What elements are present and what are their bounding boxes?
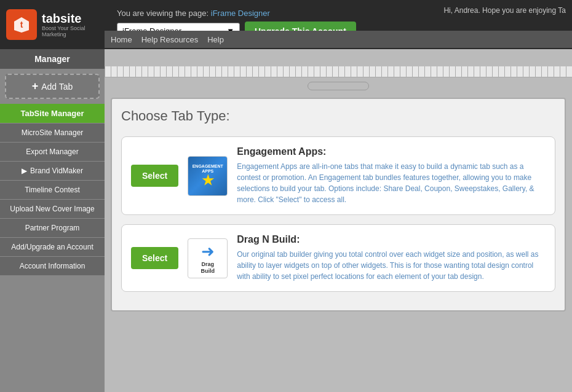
drag-n-build-select-button[interactable]: Select: [131, 247, 178, 269]
choose-tab-title: Choose Tab Type:: [121, 108, 555, 124]
ruler: [105, 66, 572, 77]
add-tab-button[interactable]: + Add Tab: [5, 74, 100, 99]
engagement-apps-card: Select ENGAGEMENTAPPS ★ Engagement Apps:…: [121, 136, 555, 215]
nav-home[interactable]: Home: [111, 35, 132, 44]
header-greeting: Hi, Andrea. Hope you are enjoying Ta: [443, 6, 566, 15]
sidebar-brand-vidmaker[interactable]: ▶ Brand VidMaker: [0, 162, 105, 180]
drag-cursor-icon: ➜: [201, 242, 215, 261]
drag-n-build-content: Drag N Build: Our original tab builder g…: [237, 234, 546, 282]
logo-tagline: Boost Your Social Marketing: [42, 25, 111, 37]
logo-text: tabsite: [42, 12, 111, 25]
engagement-apps-content: Engagement Apps: Engagement Apps are all…: [237, 146, 546, 205]
content-area: Choose Tab Type: Select ENGAGEMENTAPPS ★…: [105, 49, 572, 392]
main-layout: Manager + Add Tab TabSite Manager MicroS…: [0, 49, 572, 392]
sidebar-account-info[interactable]: Account Information: [0, 257, 105, 275]
sidebar-export-manager[interactable]: Export Manager: [0, 143, 105, 161]
svg-text:t: t: [20, 20, 23, 29]
nav-help-resources[interactable]: Help Resources: [141, 35, 199, 44]
sidebar-add-upgrade[interactable]: Add/Upgrade an Account: [0, 238, 105, 256]
sidebar-partner-program[interactable]: Partner Program: [0, 219, 105, 237]
logo-icon: t: [6, 9, 37, 40]
drag-n-build-card: Select ➜ DragBuild Drag N Build: Our ori…: [121, 224, 555, 292]
nav-help[interactable]: Help: [207, 35, 224, 44]
engagement-star-icon: ★: [202, 174, 214, 187]
sidebar-timeline-contest[interactable]: Timeline Contest: [0, 181, 105, 199]
scroll-thumb[interactable]: [308, 82, 369, 90]
choose-tab-section: Choose Tab Type: Select ENGAGEMENTAPPS ★…: [111, 98, 566, 312]
logo-area: t tabsite Boost Your Social Marketing: [6, 9, 111, 40]
drag-n-build-title: Drag N Build:: [237, 234, 546, 245]
top-nav: Home Help Resources Help: [105, 31, 572, 48]
vidmaker-icon: ▶: [22, 167, 27, 175]
sidebar: Manager + Add Tab TabSite Manager MicroS…: [0, 49, 105, 392]
engagement-apps-title: Engagement Apps:: [237, 146, 546, 157]
engagement-apps-select-button[interactable]: Select: [131, 165, 178, 187]
drag-n-build-description: Our original tab builder giving you tota…: [237, 249, 546, 282]
engagement-apps-icon: ENGAGEMENTAPPS ★: [188, 156, 228, 196]
engagement-apps-description: Engagement Apps are all-in-one tabs that…: [237, 161, 546, 205]
tabsite-manager-button[interactable]: TabSite Manager: [0, 104, 105, 123]
sidebar-header: Manager: [0, 49, 105, 69]
scroll-indicator: [105, 77, 572, 95]
add-tab-plus-icon: +: [32, 80, 39, 93]
drag-n-build-icon: ➜ DragBuild: [188, 238, 228, 278]
sidebar-upload-cover[interactable]: Upload New Cover Image: [0, 200, 105, 218]
sidebar-microsite-manager[interactable]: MicroSite Manager: [0, 123, 105, 142]
drag-build-label: DragBuild: [201, 261, 215, 275]
add-tab-label: Add Tab: [41, 82, 73, 92]
viewing-page-link[interactable]: iFrame Designer: [211, 9, 270, 18]
